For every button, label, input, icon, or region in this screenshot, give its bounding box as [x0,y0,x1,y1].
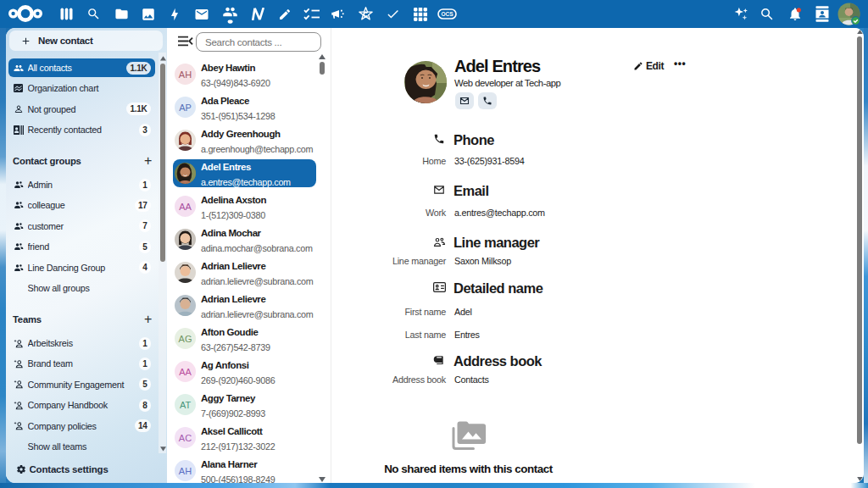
svg-text:OCS: OCS [441,11,453,17]
